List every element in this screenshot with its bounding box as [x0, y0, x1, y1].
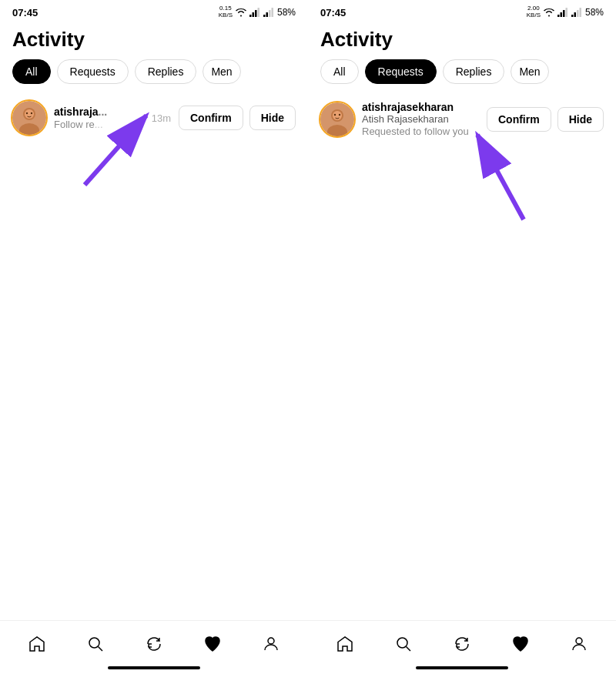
svg-line-17	[99, 646, 103, 651]
right-activity-item: atishrajasekharan Atish Rajasekharan Req…	[308, 95, 616, 143]
left-subtext: Follow re...	[54, 119, 144, 130]
left-filter-tabs: All Requests Replies Men	[0, 59, 308, 84]
svg-rect-26	[579, 8, 581, 17]
left-home-bar	[108, 666, 200, 669]
svg-rect-6	[269, 10, 271, 17]
right-status-time: 07:45	[320, 7, 346, 18]
right-nav-heart[interactable]	[505, 629, 536, 659]
right-bottom-nav	[308, 620, 616, 674]
left-activity-title: Activity	[0, 22, 308, 59]
svg-rect-4	[263, 15, 266, 17]
signal-icon	[249, 8, 260, 17]
right-tab-all[interactable]: All	[320, 59, 359, 84]
right-tab-men[interactable]: Men	[511, 59, 548, 84]
right-nav-home[interactable]	[330, 629, 360, 659]
left-phone-panel: 07:45 0.15KB/S	[0, 0, 308, 674]
right-username: atishrajasekharan	[362, 101, 479, 113]
right-activity-info: atishrajasekharan Atish Rajasekharan Req…	[362, 101, 479, 137]
svg-point-35	[397, 638, 407, 648]
svg-line-36	[407, 646, 411, 651]
svg-rect-3	[257, 8, 259, 17]
svg-rect-23	[571, 15, 574, 17]
svg-rect-20	[560, 12, 562, 17]
svg-point-18	[268, 638, 274, 644]
left-kbs: 0.15KB/S	[219, 5, 233, 19]
left-tab-requests[interactable]: Requests	[57, 59, 129, 84]
left-nav-profile[interactable]	[256, 629, 286, 659]
svg-rect-7	[271, 8, 273, 17]
right-battery: 58%	[585, 7, 604, 18]
right-subtext: Requested to follow you	[362, 126, 479, 137]
svg-line-34	[477, 135, 524, 220]
right-nav-search[interactable]	[388, 629, 419, 659]
signal2-icon	[263, 8, 274, 17]
right-subname: Atish Rajasekharan	[362, 113, 479, 125]
right-nav-profile[interactable]	[564, 629, 594, 659]
svg-rect-24	[574, 12, 576, 17]
svg-point-37	[576, 638, 582, 644]
right-kbs: 2.00KB/S	[527, 5, 541, 19]
right-signal-icon	[557, 8, 568, 17]
right-tab-replies[interactable]: Replies	[443, 59, 505, 84]
left-nav-heart[interactable]	[197, 629, 228, 659]
right-filter-tabs: All Requests Replies Men	[308, 59, 616, 84]
right-story-ring	[319, 101, 356, 138]
left-activity-actions: Confirm Hide	[179, 106, 296, 130]
right-status-bar: 07:45 2.00KB/S 58%	[308, 0, 616, 22]
right-nav-refresh[interactable]	[447, 629, 477, 659]
left-nav-refresh[interactable]	[139, 629, 169, 659]
wifi-icon	[236, 8, 246, 17]
right-status-icons: 2.00KB/S 58%	[527, 5, 604, 19]
left-tab-men[interactable]: Men	[203, 59, 240, 84]
left-bottom-nav	[0, 620, 308, 674]
left-status-bar: 07:45 0.15KB/S	[0, 0, 308, 22]
right-activity-actions: Confirm Hide	[487, 107, 604, 132]
left-battery: 58%	[277, 7, 296, 18]
left-activity-item: atishraja... Follow re... 13m Confirm Hi…	[0, 95, 308, 141]
left-username: atishraja...	[54, 106, 144, 118]
svg-rect-0	[249, 15, 252, 17]
svg-rect-19	[557, 15, 560, 17]
svg-rect-1	[252, 12, 254, 17]
right-avatar-wrap	[320, 102, 354, 136]
right-hide-button[interactable]: Hide	[557, 107, 604, 132]
left-avatar-wrap	[12, 101, 46, 135]
svg-rect-25	[577, 10, 579, 17]
left-story-ring	[11, 99, 48, 136]
right-tab-requests[interactable]: Requests	[365, 59, 437, 84]
left-activity-info: atishraja... Follow re...	[54, 106, 144, 130]
right-phone-panel: 07:45 2.00KB/S 58% Activity	[308, 0, 616, 674]
left-status-time: 07:45	[12, 7, 38, 18]
right-activity-title: Activity	[308, 22, 616, 59]
svg-rect-5	[266, 12, 268, 17]
svg-rect-22	[565, 8, 567, 17]
left-tab-replies[interactable]: Replies	[135, 59, 197, 84]
right-wifi-icon	[544, 8, 554, 17]
svg-rect-2	[255, 10, 257, 17]
left-nav-search[interactable]	[80, 629, 111, 659]
right-signal2-icon	[571, 8, 582, 17]
left-tab-all[interactable]: All	[12, 59, 51, 84]
left-activity-time: 13m	[152, 112, 171, 124]
svg-rect-21	[563, 10, 565, 17]
left-confirm-button[interactable]: Confirm	[179, 106, 243, 130]
right-home-bar	[416, 666, 508, 669]
svg-point-16	[89, 638, 99, 648]
left-hide-button[interactable]: Hide	[249, 106, 296, 130]
left-nav-home[interactable]	[22, 629, 52, 659]
left-status-icons: 0.15KB/S 58%	[219, 5, 296, 19]
right-confirm-button[interactable]: Confirm	[487, 107, 551, 132]
